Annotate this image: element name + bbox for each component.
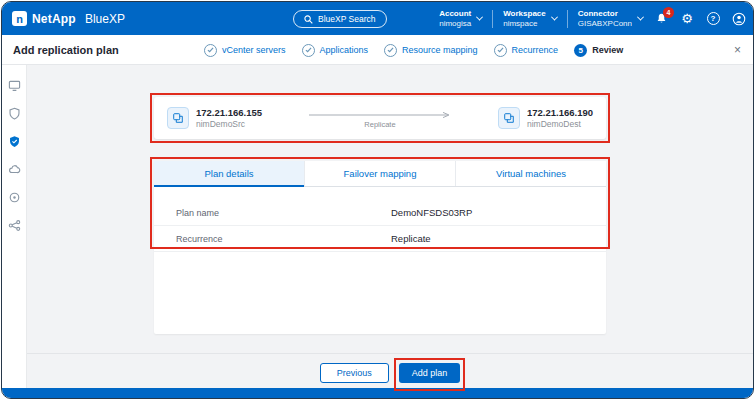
source-name: nimDemoSrc (196, 119, 262, 129)
tab-failover-mapping[interactable]: Failover mapping (305, 161, 456, 186)
connector-value: GISABXPConn (578, 19, 632, 29)
notifications-button[interactable]: 4 (653, 11, 669, 27)
search-icon (304, 15, 313, 24)
divider (492, 10, 493, 28)
row-value: DemoNFSDS03RP (391, 207, 472, 218)
share-icon[interactable] (8, 219, 21, 232)
product-name: BlueXP (85, 12, 125, 26)
check-icon (302, 44, 315, 57)
account-menu[interactable]: Account nimogisa (439, 9, 482, 29)
step-review[interactable]: 5 Review (574, 44, 623, 57)
table-row: Recurrence Replicate (154, 226, 606, 252)
bluexp-search-button[interactable]: BlueXP Search (293, 10, 387, 28)
cloud-icon[interactable] (8, 163, 21, 176)
connector-label: Connector (578, 9, 632, 19)
shield-icon[interactable] (8, 107, 21, 120)
chevron-down-icon (637, 14, 644, 21)
tab-bar: Plan details Failover mapping Virtual ma… (154, 161, 606, 187)
row-value: Replicate (391, 233, 431, 244)
app-window: n NetApp BlueXP BlueXP Search Account ni… (1, 1, 754, 399)
plan-details-rows: Plan name DemoNFSDS03RP Recurrence Repli… (154, 187, 606, 252)
brand: n NetApp BlueXP (12, 11, 125, 26)
step-resource-mapping[interactable]: Resource mapping (384, 44, 478, 57)
account-label: Account (439, 9, 471, 19)
target-server-icon (498, 107, 520, 129)
row-label: Recurrence (176, 234, 391, 244)
bottom-bar (2, 388, 753, 398)
previous-button[interactable]: Previous (320, 363, 389, 383)
arrow-right-icon (305, 111, 455, 119)
replication-pair-card: 172.21.166.155 nimDemoSrc Replicate 172.… (154, 97, 606, 139)
tab-plan-details[interactable]: Plan details (154, 161, 305, 186)
logo-letter: n (16, 13, 23, 25)
source-server-icon (167, 107, 189, 129)
source-endpoint: 172.21.166.155 nimDemoSrc (167, 107, 262, 129)
netapp-logo-icon: n (12, 11, 27, 26)
step-applications[interactable]: Applications (302, 44, 369, 57)
workspace-menu[interactable]: Workspace nimspace (503, 9, 557, 29)
user-icon (732, 12, 746, 26)
wizard-header: Add replication plan vCenter servers App… (2, 35, 753, 65)
plan-details-card: Plan details Failover mapping Virtual ma… (154, 161, 606, 334)
chevron-down-icon (551, 14, 558, 21)
chevron-down-icon (476, 14, 483, 21)
sidebar (2, 65, 27, 388)
step-vcenter-servers[interactable]: vCenter servers (204, 44, 286, 57)
account-value: nimogisa (439, 19, 471, 29)
settings-button[interactable]: ⚙ (679, 11, 695, 27)
check-icon (494, 44, 507, 57)
workspace-label: Workspace (503, 9, 546, 19)
gear-icon: ⚙ (681, 12, 693, 25)
target-ip: 172.21.166.190 (527, 107, 593, 118)
help-button[interactable]: ? (705, 11, 721, 27)
help-icon: ? (707, 12, 720, 25)
close-icon[interactable]: × (734, 35, 741, 65)
step-recurrence[interactable]: Recurrence (494, 44, 559, 57)
step-number-badge: 5 (574, 44, 587, 57)
check-icon (204, 44, 217, 57)
protection-icon[interactable] (8, 135, 21, 148)
brand-name: NetApp (32, 12, 76, 26)
check-icon (384, 44, 397, 57)
add-plan-button[interactable]: Add plan (399, 363, 461, 383)
header-right: Account nimogisa Workspace nimspace Conn… (439, 2, 747, 35)
search-label: BlueXP Search (318, 14, 376, 24)
table-row: Plan name DemoNFSDS03RP (154, 200, 606, 226)
notification-badge: 4 (663, 7, 674, 18)
footer: Previous Add plan (27, 353, 753, 391)
wizard-stepper: vCenter servers Applications Resource ma… (204, 35, 623, 65)
user-button[interactable] (731, 11, 747, 27)
target-icon[interactable] (8, 191, 21, 204)
target-endpoint: 172.21.166.190 nimDemoDest (498, 107, 593, 129)
workspace-value: nimspace (503, 19, 546, 29)
source-ip: 172.21.166.155 (196, 107, 262, 118)
replicate-arrow: Replicate (262, 108, 498, 129)
canvas-icon[interactable] (8, 79, 21, 92)
arrow-label: Replicate (364, 120, 395, 129)
target-name: nimDemoDest (527, 119, 593, 129)
connector-menu[interactable]: Connector GISABXPConn (578, 9, 643, 29)
row-label: Plan name (176, 208, 391, 218)
tab-virtual-machines[interactable]: Virtual machines (456, 161, 606, 186)
divider (567, 10, 568, 28)
page-title: Add replication plan (13, 35, 119, 65)
top-header: n NetApp BlueXP BlueXP Search Account ni… (2, 2, 753, 35)
